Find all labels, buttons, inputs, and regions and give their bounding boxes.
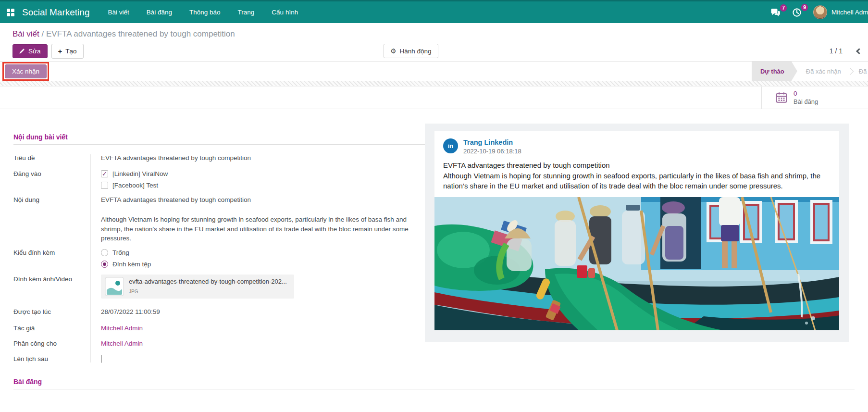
radio-label: Trống bbox=[112, 248, 129, 257]
statusbar: Xác nhận Dự thảo Đã xác nhận Đã hủy bbox=[0, 61, 868, 81]
field-row-content: Nội dung EVFTA advantages threatened by … bbox=[13, 195, 431, 243]
breadcrumb-current: EVFTA advantages threatened by tough com… bbox=[46, 29, 235, 38]
publish-option-facebook: [Facebook] Test bbox=[101, 181, 168, 190]
gear-icon bbox=[390, 47, 397, 55]
checkbox-checked[interactable] bbox=[101, 170, 108, 177]
pager: 1 / 1 bbox=[830, 41, 861, 61]
field-label: Lên lịch sau bbox=[13, 354, 94, 363]
confirm-button[interactable]: Xác nhận bbox=[5, 64, 47, 78]
field-row-attach-type: Kiểu đính kèm Trống Đính kèm tệp bbox=[13, 248, 431, 271]
stage-pills: Dự thảo Đã xác nhận Đã hủy bbox=[752, 62, 868, 81]
attachment-card[interactable]: evfta-advantages-threatened-by-tough-com… bbox=[101, 275, 294, 299]
publish-option-linkedin: [Linkedin] ViralNow bbox=[101, 169, 168, 178]
posts-stat-button[interactable]: 0 Bài đăng bbox=[761, 87, 868, 109]
form-left-column: Nội dung bài viết Tiêu đề EVFTA advantag… bbox=[13, 109, 431, 386]
user-menu[interactable]: Mitchell Admin bbox=[813, 5, 868, 19]
user-avatar bbox=[813, 5, 827, 19]
content-value: EVFTA advantages threatened by tough com… bbox=[94, 195, 424, 243]
content-body-text: Although Vietnam is hoping for stunning … bbox=[101, 215, 424, 243]
preview-account-name: Trang Linkedin bbox=[463, 138, 521, 146]
linkedin-preview-card: Trang Linkedin 2022-10-19 06:18:18 EVFTA… bbox=[434, 131, 839, 330]
form-sheet: Nội dung bài viết Tiêu đề EVFTA advantag… bbox=[0, 109, 868, 389]
pager-previous-icon[interactable] bbox=[856, 48, 862, 54]
preview-timestamp: 2022-10-19 06:18:18 bbox=[463, 148, 521, 155]
post-photo bbox=[434, 197, 839, 330]
messages-button[interactable]: 7 bbox=[770, 8, 781, 17]
checkbox-unchecked[interactable] bbox=[101, 182, 108, 189]
menu-item-configuration[interactable]: Cấu hình bbox=[272, 9, 298, 16]
edit-button-label: Sửa bbox=[28, 48, 41, 55]
action-button[interactable]: Hành động bbox=[384, 44, 438, 58]
navbar-right: 7 9 Mitchell Admin bbox=[770, 1, 868, 23]
image-thumbnail-icon bbox=[105, 277, 124, 296]
menu-item-notifications[interactable]: Thông báo bbox=[189, 9, 221, 16]
button-box-row: 0 Bài đăng bbox=[0, 87, 868, 109]
schedule-checkbox[interactable] bbox=[101, 355, 102, 363]
field-label: Nội dung bbox=[13, 195, 94, 243]
preview-post-body: Although Vietnam is hoping for stunning … bbox=[443, 171, 831, 191]
field-row-assigned: Phân công cho Mitchell Admin bbox=[13, 339, 431, 348]
pager-counter: 1 / 1 bbox=[830, 47, 843, 55]
sheet-top-divider bbox=[0, 81, 868, 87]
control-panel-buttons: Sửa Tạo Hành động 1 / 1 bbox=[0, 41, 868, 61]
social-marketing-app: Social Marketing Bài viết Bài đăng Thông… bbox=[0, 0, 868, 412]
attach-type-option-file: Đính kèm tệp bbox=[101, 260, 151, 269]
stat-label: Bài đăng bbox=[794, 98, 818, 105]
create-button-label: Tạo bbox=[65, 48, 76, 55]
stat-text: 0 Bài đăng bbox=[794, 90, 818, 105]
radio-label: Đính kèm tệp bbox=[112, 260, 151, 269]
assigned-link[interactable]: Mitchell Admin bbox=[94, 339, 143, 348]
breadcrumb: Bài viết / EVFTA advantages threatened b… bbox=[0, 23, 868, 41]
plus-icon bbox=[58, 47, 62, 55]
field-group: Tiêu đề EVFTA advantages threatened by t… bbox=[13, 153, 431, 363]
app-brand[interactable]: Social Marketing bbox=[22, 7, 89, 18]
field-label: Kiểu đính kèm bbox=[13, 248, 94, 271]
top-navbar: Social Marketing Bài viết Bài đăng Thông… bbox=[0, 0, 868, 23]
author-link[interactable]: Mitchell Admin bbox=[94, 324, 143, 333]
section-title-content: Nội dung bài viết bbox=[13, 109, 431, 141]
user-name: Mitchell Admin bbox=[831, 9, 868, 16]
edit-button[interactable]: Sửa bbox=[12, 44, 48, 58]
create-button[interactable]: Tạo bbox=[51, 44, 84, 59]
field-row-author: Tác giả Mitchell Admin bbox=[13, 324, 431, 333]
section-title-posts: Bài đăng bbox=[13, 378, 431, 386]
publish-option-label: [Facebook] Test bbox=[112, 181, 158, 190]
field-label: Phân công cho bbox=[13, 339, 94, 348]
stage-draft[interactable]: Dự thảo bbox=[752, 62, 797, 81]
attachment-value: evfta-advantages-threatened-by-tough-com… bbox=[94, 275, 294, 299]
label-value-divider bbox=[90, 154, 91, 362]
linkedin-logo-icon bbox=[448, 142, 454, 150]
field-row-publish: Đăng vào [Linkedin] ViralNow [Facebook] … bbox=[13, 169, 431, 192]
breadcrumb-parent-link[interactable]: Bài viết bbox=[12, 29, 39, 38]
breadcrumb-separator: / bbox=[41, 29, 44, 38]
field-row-schedule: Lên lịch sau bbox=[13, 354, 431, 363]
radio-selected[interactable] bbox=[101, 261, 108, 268]
field-row-attachment: Đính kèm ảnh/Video evfta-advantages-thre… bbox=[13, 275, 431, 299]
menu-item-posts[interactable]: Bài viết bbox=[108, 9, 129, 16]
messages-badge: 7 bbox=[780, 4, 787, 12]
attachment-extension: JPG bbox=[129, 287, 287, 296]
preview-header: Trang Linkedin 2022-10-19 06:18:18 bbox=[434, 138, 839, 155]
menu-item-publications[interactable]: Bài đăng bbox=[147, 9, 172, 16]
activities-button[interactable]: 9 bbox=[792, 8, 802, 17]
radio-unselected[interactable] bbox=[101, 249, 108, 256]
menu-item-pages[interactable]: Trang bbox=[238, 9, 255, 16]
calendar-icon bbox=[775, 91, 788, 104]
post-preview-panel: Trang Linkedin 2022-10-19 06:18:18 EVFTA… bbox=[425, 124, 849, 342]
field-label: Được tạo lúc bbox=[13, 307, 94, 316]
attachment-filename: evfta-advantages-threatened-by-tough-com… bbox=[129, 277, 287, 286]
apps-grid-icon[interactable] bbox=[7, 9, 14, 16]
field-row-created: Được tạo lúc 28/07/2022 11:00:59 bbox=[13, 307, 431, 316]
linkedin-avatar bbox=[443, 138, 458, 153]
publish-option-label: [Linkedin] ViralNow bbox=[112, 169, 168, 178]
attach-type-options: Trống Đính kèm tệp bbox=[94, 248, 151, 271]
created-value: 28/07/2022 11:00:59 bbox=[94, 307, 160, 316]
field-label: Đính kèm ảnh/Video bbox=[13, 275, 94, 299]
field-row-title: Tiêu đề EVFTA advantages threatened by t… bbox=[13, 153, 431, 162]
preview-account-block: Trang Linkedin 2022-10-19 06:18:18 bbox=[463, 138, 521, 155]
content-title-line: EVFTA advantages threatened by tough com… bbox=[101, 195, 424, 204]
attachment-texts: evfta-advantages-threatened-by-tough-com… bbox=[129, 277, 287, 296]
activity-clock-icon bbox=[792, 8, 802, 17]
schedule-value bbox=[94, 354, 102, 363]
stage-confirmed[interactable]: Đã xác nhận bbox=[797, 62, 850, 81]
